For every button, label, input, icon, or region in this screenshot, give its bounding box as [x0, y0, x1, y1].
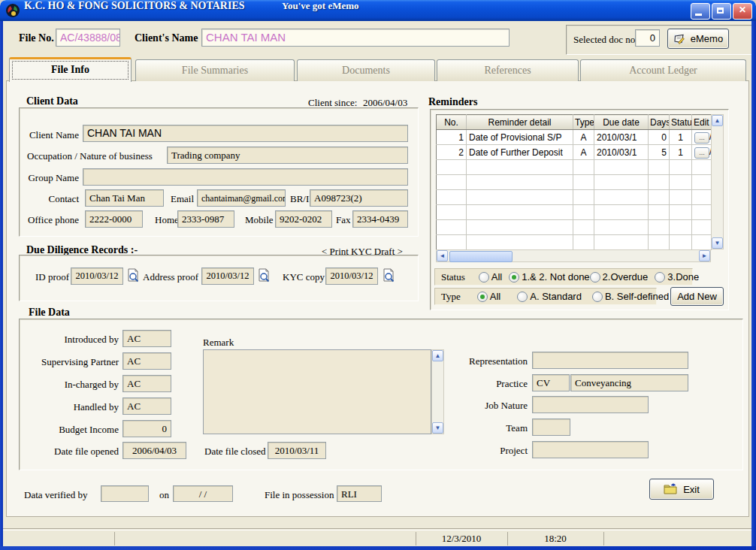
add-new-button[interactable]: Add New [670, 287, 724, 306]
maximize-button[interactable] [712, 3, 731, 20]
representation-field[interactable] [532, 352, 688, 369]
team-field[interactable] [532, 419, 570, 436]
reminders-hscrollbar[interactable]: ◄ ► [436, 249, 711, 262]
occupation-field[interactable]: Trading company [167, 147, 408, 164]
remark-label: Remark [203, 337, 234, 349]
scroll-up-button[interactable]: ▲ [712, 115, 723, 126]
id-proof-label: ID proof [35, 271, 69, 283]
budget-income-label: Budget Income [30, 424, 119, 436]
supervising-partner-field[interactable]: AC [122, 352, 171, 370]
reminder-row[interactable]: 2 Date of Further Deposit A 2010/03/1 5 … [437, 145, 712, 160]
window-controls: ✕ [691, 3, 752, 20]
reminder-empty-row [437, 205, 712, 220]
client-data-title: Client Data [26, 95, 78, 107]
selected-doc-field[interactable]: 0 [635, 29, 660, 47]
tab-account-ledger[interactable]: Account Ledger [580, 59, 746, 81]
in-charged-by-field[interactable]: AC [122, 375, 171, 392]
radio-icon [592, 292, 603, 302]
fax-label: Fax [336, 214, 351, 226]
minimize-button[interactable] [691, 3, 710, 20]
in-charged-by-label: In-charged by [30, 379, 119, 391]
date-file-closed-field[interactable]: 2010/03/11 [268, 442, 326, 459]
maximize-icon [717, 8, 724, 14]
email-field[interactable]: chantaiman@gmail.com [197, 189, 286, 207]
br-id-field[interactable]: A098723(2) [310, 189, 408, 207]
col-no: No. [437, 115, 467, 130]
practice-code-field[interactable]: CV [532, 374, 570, 391]
scroll-right-button[interactable]: ► [699, 250, 710, 261]
kyc-copy-preview-icon[interactable] [383, 268, 395, 283]
close-button[interactable]: ✕ [733, 3, 752, 20]
exit-button[interactable]: Exit [649, 479, 714, 500]
address-proof-preview-icon[interactable] [258, 268, 271, 283]
file-in-possession-field[interactable]: RLI [337, 485, 382, 502]
col-reminder-detail: Reminder detail [467, 115, 573, 130]
radio-type-standard[interactable]: A. Standard [517, 291, 582, 302]
reminders-table: No. Reminder detail Type Due date Days S… [436, 114, 712, 250]
app-window: K.C. HO & FONG SOLICITORS & NOTARIES You… [0, 0, 756, 550]
contact-field[interactable]: Chan Tai Man [85, 189, 164, 207]
window-border-bottom [0, 546, 756, 550]
client-name-field[interactable]: CHAN TAI MAN [201, 29, 510, 47]
data-verified-by-label: Data verified by [24, 489, 87, 501]
status-time: 18:20 [507, 533, 603, 545]
id-proof-preview-icon[interactable] [127, 268, 140, 283]
practice-name-field[interactable]: Conveyancing [570, 374, 688, 391]
introduced-by-label: Introduced by [30, 334, 119, 346]
handled-by-field[interactable]: AC [122, 397, 171, 415]
tab-file-info[interactable]: File Info [9, 57, 132, 82]
fax-field[interactable]: 2334-0439 [352, 210, 408, 228]
hscroll-thumb[interactable] [449, 251, 513, 262]
home-phone-field[interactable]: 2333-0987 [177, 210, 234, 228]
remark-textarea[interactable] [203, 349, 431, 434]
radio-status-done[interactable]: 3.Done [655, 271, 699, 283]
contact-label: Contact [21, 193, 79, 205]
mobile-phone-label: Mobile [245, 214, 274, 226]
reminders-vscrollbar[interactable]: ▲ ▼ [711, 114, 724, 249]
edit-reminder-button[interactable]: ... [694, 132, 709, 144]
data-verified-by-field[interactable] [101, 485, 149, 502]
radio-type-all[interactable]: All [477, 291, 500, 302]
date-file-opened-field[interactable]: 2006/04/03 [122, 442, 186, 459]
radio-type-self-defined[interactable]: B. Self-defined [592, 291, 669, 302]
radio-status-all[interactable]: All [479, 271, 502, 283]
project-field[interactable] [532, 441, 649, 458]
radio-status-not-done[interactable]: 1.& 2. Not done [509, 271, 589, 283]
introduced-by-field[interactable]: AC [122, 330, 171, 347]
tab-references[interactable]: References [437, 59, 579, 81]
type-filter-label: Type [441, 291, 461, 303]
tab-documents[interactable]: Documents [297, 59, 435, 81]
selected-doc-label: Selected doc no. [573, 34, 638, 46]
type-filter-box: Type All A. Standard B. Self-defined [434, 288, 657, 305]
mobile-phone-field[interactable]: 9202-0202 [275, 210, 332, 228]
exit-folder-icon [664, 483, 679, 495]
job-nature-field[interactable] [532, 396, 649, 413]
close-icon: ✕ [733, 5, 751, 15]
radio-icon [517, 292, 528, 302]
edit-reminder-button[interactable]: ... [694, 147, 709, 159]
radio-icon [590, 272, 600, 283]
supervising-partner-label: Supervising Partner [30, 356, 119, 368]
reminder-empty-row [437, 160, 712, 175]
kyc-copy-field[interactable]: 2010/03/12 [325, 267, 378, 285]
reminder-row[interactable]: 1 Date of Provisional S/P A 2010/03/1 0 … [437, 130, 712, 145]
office-phone-field[interactable]: 2222-0000 [85, 210, 143, 228]
budget-income-field[interactable]: 0 [122, 420, 171, 437]
project-label: Project [439, 445, 528, 457]
radio-status-overdue[interactable]: 2.Overdue [590, 271, 649, 283]
client-name-field-label: Client Name [23, 129, 79, 141]
scroll-left-button[interactable]: ◄ [437, 250, 448, 261]
occupation-label: Occupation / Nature of business [27, 150, 153, 162]
email-label: Email [171, 193, 194, 205]
address-proof-field[interactable]: 2010/03/12 [201, 267, 254, 285]
scroll-down-button[interactable]: ▼ [712, 237, 723, 249]
client-name-value-field[interactable]: CHAN TAI MAN [83, 125, 408, 142]
reminder-empty-row [437, 175, 712, 190]
tab-file-summaries[interactable]: File Summaries [135, 59, 295, 81]
group-name-field[interactable] [83, 168, 408, 186]
reminders-title: Reminders [428, 96, 477, 108]
ememo-button[interactable]: eMemo [667, 29, 729, 49]
file-no-field[interactable]: AC/43888/08 [56, 29, 120, 47]
verified-date-field[interactable]: / / [173, 485, 233, 502]
id-proof-field[interactable]: 2010/03/12 [71, 267, 123, 285]
